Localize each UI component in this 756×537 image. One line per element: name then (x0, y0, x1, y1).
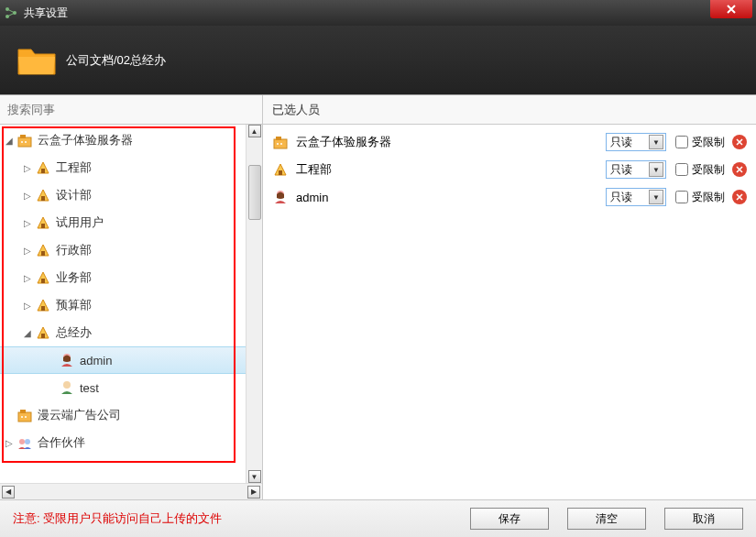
expander-icon[interactable]: ▷ (22, 300, 33, 311)
tree-node-label: 业务部 (56, 269, 92, 286)
permission-select[interactable]: 只读▼ (606, 133, 666, 151)
tree-node[interactable]: 漫云端广告公司 (0, 401, 246, 429)
title-bar: 共享设置 (0, 0, 756, 26)
clear-button[interactable]: 清空 (567, 508, 646, 530)
dept-icon (35, 242, 51, 258)
save-button[interactable]: 保存 (470, 508, 549, 530)
user-m-icon (59, 379, 75, 396)
tree-container: ◢云盒子体验服务器▷工程部▷设计部▷试用用户▷行政部▷业务部▷预算部◢总经办ad… (0, 125, 262, 483)
tree-node[interactable]: ▷业务部 (0, 264, 246, 291)
breadcrumb: 公司文档/02总经办 (66, 52, 166, 69)
permission-select[interactable]: 只读▼ (606, 160, 666, 179)
dept-icon (35, 187, 51, 203)
tree-node[interactable]: ▷工程部 (0, 154, 246, 181)
restrict-checkbox[interactable]: 受限制 (675, 190, 725, 205)
expander-icon[interactable]: ▷ (22, 217, 33, 228)
dept-icon (35, 159, 51, 176)
tree-node[interactable]: ▷设计部 (0, 181, 246, 209)
dept-icon (35, 297, 51, 313)
tree-node-label: 试用用户 (56, 214, 104, 231)
restrict-checkbox[interactable]: 受限制 (675, 135, 725, 150)
expander-icon[interactable]: ◢ (22, 327, 33, 338)
cancel-button[interactable]: 取消 (664, 508, 743, 530)
org-icon (16, 407, 33, 423)
member-row: 工程部只读▼受限制 (263, 156, 756, 183)
tree-node[interactable]: admin (0, 346, 246, 374)
content: ◢云盒子体验服务器▷工程部▷设计部▷试用用户▷行政部▷业务部▷预算部◢总经办ad… (0, 94, 756, 499)
expander-icon[interactable] (4, 410, 15, 421)
vertical-scrollbar[interactable]: ▲ ▼ (246, 125, 262, 483)
scroll-up-button[interactable]: ▲ (248, 125, 261, 137)
left-pane: ◢云盒子体验服务器▷工程部▷设计部▷试用用户▷行政部▷业务部▷预算部◢总经办ad… (0, 95, 263, 499)
expander-icon[interactable]: ▷ (22, 272, 33, 283)
org-tree[interactable]: ◢云盒子体验服务器▷工程部▷设计部▷试用用户▷行政部▷业务部▷预算部◢总经办ad… (0, 125, 246, 483)
dropdown-icon[interactable]: ▼ (649, 190, 663, 204)
close-icon (736, 138, 743, 146)
partners-icon (16, 434, 33, 451)
remove-button[interactable] (732, 162, 747, 177)
tree-node-label: 设计部 (56, 187, 92, 203)
tree-node[interactable]: ▷预算部 (0, 291, 246, 319)
scroll-right-button[interactable]: ▶ (247, 486, 260, 499)
tree-node-label: admin (80, 354, 112, 367)
tree-node-label: 合作伙伴 (38, 434, 85, 451)
member-name: 云盒子体验服务器 (296, 134, 606, 150)
scroll-thumb[interactable] (248, 165, 261, 220)
dept-icon (272, 161, 289, 178)
tree-node[interactable]: ▷合作伙伴 (0, 429, 246, 456)
tree-node[interactable]: test (0, 374, 246, 401)
member-name: 工程部 (296, 161, 606, 178)
expander-icon[interactable]: ▷ (4, 437, 15, 448)
org-icon (272, 134, 289, 150)
expander-icon[interactable]: ▷ (22, 162, 33, 173)
dept-icon (35, 324, 51, 341)
footer: 注意: 受限用户只能访问自己上传的文件 保存 清空 取消 (0, 499, 756, 537)
close-button[interactable] (710, 0, 752, 18)
folder-icon (16, 42, 57, 79)
tree-node-label: 工程部 (56, 159, 92, 176)
tree-node-label: 总经办 (56, 324, 92, 341)
scroll-down-button[interactable]: ▼ (248, 470, 261, 483)
dept-icon (35, 269, 51, 286)
tree-node-label: 预算部 (56, 297, 92, 313)
search-input[interactable] (0, 95, 262, 125)
horizontal-scrollbar[interactable]: ◀ ▶ (0, 483, 262, 499)
member-row: 云盒子体验服务器只读▼受限制 (263, 128, 756, 156)
tree-node-label: 漫云端广告公司 (38, 407, 121, 423)
permission-select[interactable]: 只读▼ (606, 188, 666, 206)
remove-button[interactable] (732, 135, 747, 149)
selected-members-header: 已选人员 (263, 95, 756, 125)
warning-text: 注意: 受限用户只能访问自己上传的文件 (13, 510, 452, 527)
close-icon (736, 166, 743, 173)
user-f-icon (272, 189, 289, 205)
scroll-left-button[interactable]: ◀ (2, 486, 15, 499)
tree-node[interactable]: ◢云盒子体验服务器 (0, 126, 246, 154)
restrict-checkbox[interactable]: 受限制 (675, 162, 725, 178)
remove-button[interactable] (732, 190, 747, 204)
expander-icon[interactable] (46, 355, 57, 366)
close-icon (736, 193, 743, 201)
tree-node-label: test (80, 381, 99, 395)
dept-icon (35, 214, 51, 231)
right-pane: 已选人员 云盒子体验服务器只读▼受限制工程部只读▼受限制admin只读▼受限制 (263, 95, 756, 499)
tree-node-label: 云盒子体验服务器 (38, 132, 133, 148)
member-list: 云盒子体验服务器只读▼受限制工程部只读▼受限制admin只读▼受限制 (263, 125, 756, 499)
tree-node[interactable]: ◢总经办 (0, 319, 246, 346)
close-icon (726, 4, 737, 15)
user-f-icon (59, 352, 75, 368)
app-icon (4, 5, 18, 20)
member-row: admin只读▼受限制 (263, 183, 756, 211)
tree-node[interactable]: ▷试用用户 (0, 209, 246, 236)
expander-icon[interactable]: ▷ (22, 190, 33, 201)
header: 公司文档/02总经办 (0, 26, 756, 94)
expander-icon[interactable]: ▷ (22, 245, 33, 256)
tree-node-label: 行政部 (56, 242, 92, 258)
dropdown-icon[interactable]: ▼ (649, 135, 663, 149)
dropdown-icon[interactable]: ▼ (649, 162, 663, 177)
org-icon (16, 132, 33, 148)
expander-icon[interactable]: ◢ (4, 135, 15, 146)
member-name: admin (296, 191, 606, 204)
tree-node[interactable]: ▷行政部 (0, 236, 246, 264)
expander-icon[interactable] (46, 382, 57, 393)
window-title: 共享设置 (24, 5, 68, 21)
